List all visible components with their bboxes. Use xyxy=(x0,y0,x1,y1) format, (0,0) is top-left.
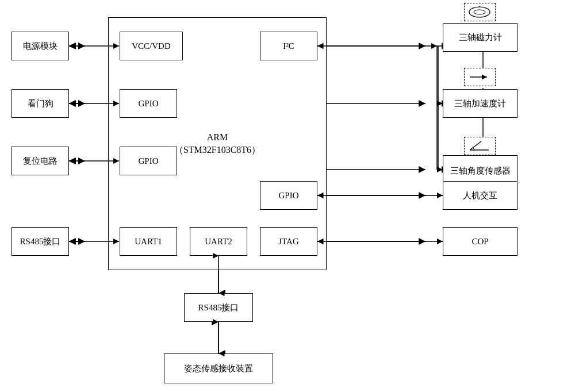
cop-box: COP xyxy=(443,227,518,256)
accel-icon-box xyxy=(464,68,496,86)
gpio1-box: GPIO xyxy=(120,89,177,118)
power-module-label: 电源模块 xyxy=(23,40,57,52)
mag-icon-box xyxy=(464,3,496,21)
gpio1-label: GPIO xyxy=(138,98,158,110)
mag-icon xyxy=(467,6,493,18)
attitude-sensor-label: 姿态传感接收装置 xyxy=(184,363,253,375)
watchdog-label: 看门狗 xyxy=(28,98,53,110)
gpio3-label: GPIO xyxy=(278,190,298,202)
accel-icon xyxy=(467,71,493,83)
mag-box: 三轴磁力计 xyxy=(443,23,518,52)
gpio2-label: GPIO xyxy=(138,155,158,167)
rs485-left-label: RS485接口 xyxy=(20,236,61,248)
jtag-box: JTAG xyxy=(260,227,317,256)
arm-label: ARM （STM32F103C8T6） xyxy=(174,131,260,157)
vcc-vdd-label: VCC/VDD xyxy=(132,40,171,52)
hmi-label: 人机交互 xyxy=(463,190,497,202)
attitude-sensor-box: 姿态传感接收装置 xyxy=(164,353,273,383)
mag-label: 三轴磁力计 xyxy=(459,32,502,44)
reset-circuit-label: 复位电路 xyxy=(23,155,57,167)
uart2-label: UART2 xyxy=(205,236,232,248)
i2c-box: I²C xyxy=(260,32,317,60)
uart1-box: UART1 xyxy=(120,227,177,256)
accel-box: 三轴加速度计 xyxy=(443,89,518,118)
svg-point-19 xyxy=(469,7,490,17)
watchdog-box: 看门狗 xyxy=(12,89,69,118)
jtag-label: JTAG xyxy=(278,236,298,248)
diagram: ARM （STM32F103C8T6） VCC/VDD GPIO GPIO UA… xyxy=(0,0,575,392)
vcc-vdd-box: VCC/VDD xyxy=(120,32,183,60)
hmi-box: 人机交互 xyxy=(443,181,518,210)
rs485-bottom-label: RS485接口 xyxy=(198,302,239,314)
power-module-box: 电源模块 xyxy=(12,32,69,60)
reset-circuit-box: 复位电路 xyxy=(12,147,69,175)
accel-label: 三轴加速度计 xyxy=(454,98,506,110)
rs485-left-box: RS485接口 xyxy=(12,227,69,256)
angle-label: 三轴角度传感器 xyxy=(450,165,511,177)
uart2-box: UART2 xyxy=(190,227,247,256)
cop-label: COP xyxy=(471,236,488,248)
angle-icon-box xyxy=(464,137,496,155)
svg-point-20 xyxy=(474,10,485,14)
rs485-bottom-box: RS485接口 xyxy=(184,293,253,322)
angle-icon xyxy=(467,140,493,152)
gpio3-box: GPIO xyxy=(260,181,317,210)
gpio2-box: GPIO xyxy=(120,147,177,175)
svg-line-24 xyxy=(470,141,481,150)
i2c-label: I²C xyxy=(283,40,294,52)
uart1-label: UART1 xyxy=(135,236,162,248)
